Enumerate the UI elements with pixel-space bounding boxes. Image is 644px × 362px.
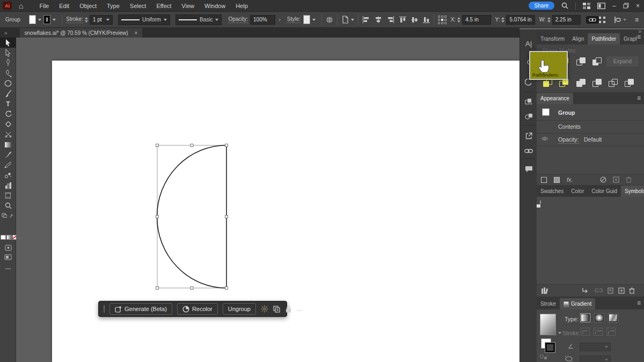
constrain-proportions-icon[interactable] [586, 16, 599, 24]
eraser-tool[interactable] [0, 119, 16, 129]
break-link-icon[interactable] [595, 288, 603, 293]
restore-button[interactable] [623, 3, 629, 9]
delete-item-icon[interactable] [626, 176, 632, 183]
freeform-gradient-button[interactable] [609, 314, 618, 322]
menu-file[interactable]: File [39, 3, 49, 9]
tab-appearance[interactable]: Appearance [537, 93, 573, 104]
appearance-group-row[interactable]: Group [558, 109, 575, 116]
reference-point-locator[interactable] [438, 16, 447, 24]
selected-shape[interactable] [152, 141, 232, 293]
menu-view[interactable]: View [181, 3, 194, 9]
generate-button[interactable]: Generate (Beta) [109, 303, 172, 315]
add-fill-icon[interactable] [554, 177, 560, 183]
canvas[interactable]: Generate (Beta) Recolor Ungroup … [16, 38, 519, 362]
home-icon[interactable]: ⌂ [19, 2, 23, 10]
symbol-sprayer-tool[interactable] [0, 170, 16, 180]
tab-color[interactable]: Color [567, 186, 588, 197]
radial-gradient-button[interactable] [595, 314, 604, 322]
y-stepper[interactable] [501, 17, 504, 23]
x-stepper[interactable] [457, 17, 460, 23]
direct-selection-tool[interactable] [0, 48, 16, 58]
transform-options-icon[interactable] [599, 17, 605, 23]
expand-button[interactable]: Expand [606, 56, 639, 67]
ungroup-button[interactable]: Ungroup [223, 303, 256, 315]
menu-help[interactable]: Help [236, 3, 248, 9]
tab-swatches[interactable]: Swatches [537, 186, 567, 197]
fill-chevron-icon[interactable] [38, 19, 41, 21]
add-stroke-icon[interactable] [541, 177, 547, 183]
gradient-aspect-select[interactable] [580, 356, 611, 362]
tab-align[interactable]: Align [568, 33, 588, 45]
screen-mode-icon[interactable] [0, 252, 16, 262]
tab-color-guide[interactable]: Color Guid [588, 186, 621, 197]
duplicate-item-icon[interactable] [613, 176, 619, 183]
reverse-gradient-icon[interactable] [540, 354, 548, 360]
place-symbol-icon[interactable] [582, 287, 588, 294]
character-panel-icon[interactable]: A| [520, 37, 537, 50]
dock-collapse-icon[interactable]: » [638, 28, 642, 34]
draw-mode-icon[interactable] [0, 242, 16, 253]
add-effect-icon[interactable]: fx. [567, 176, 573, 183]
properties-panel-icon[interactable]: ≡ [635, 16, 639, 24]
selection-tool[interactable] [0, 38, 16, 48]
color-button[interactable] [1, 235, 6, 240]
scissors-tool[interactable] [0, 129, 16, 139]
stroke-within-button[interactable] [581, 328, 590, 336]
graph-tool[interactable] [0, 180, 16, 190]
linear-gradient-button[interactable] [581, 314, 590, 322]
tab-transform[interactable]: Transform [537, 33, 568, 45]
paintbrush-tool[interactable] [0, 88, 16, 99]
tab-pathfinder[interactable]: Pathfinder [588, 33, 620, 45]
more-options-icon[interactable]: … [296, 306, 303, 312]
recolor-button[interactable]: Recolor [177, 303, 218, 315]
settings-gear-icon[interactable] [261, 305, 268, 313]
panel-menu-icon[interactable]: ≡ [637, 33, 641, 41]
tab-stroke[interactable]: Stroke [537, 298, 560, 309]
swap-colors-icon[interactable] [2, 213, 13, 218]
tab-gradient[interactable]: Gradient [560, 298, 595, 309]
symbol-options-icon[interactable] [608, 287, 613, 294]
gradient-swatch[interactable] [540, 314, 556, 335]
appearance-menu-icon[interactable]: ≡ [637, 94, 641, 102]
tab-symbols[interactable]: Symbols [621, 186, 644, 197]
stroke-weight-stepper[interactable] [85, 17, 88, 23]
menu-effect[interactable]: Effect [156, 3, 171, 9]
gradient-fill-stroke-indicator[interactable] [541, 338, 555, 352]
gradient-tool[interactable] [0, 139, 16, 150]
menu-object[interactable]: Object [79, 3, 97, 9]
document-setup-button[interactable] [341, 16, 354, 24]
symbol-thumbnail[interactable] [540, 201, 541, 208]
align-h-center-icon[interactable] [375, 16, 382, 23]
export-panel-icon[interactable] [520, 129, 537, 142]
align-v-center-icon[interactable] [411, 16, 418, 24]
duplicate-icon[interactable] [273, 306, 281, 313]
menu-type[interactable]: Type [107, 3, 120, 9]
share-button[interactable]: Share [529, 2, 555, 10]
menu-window[interactable]: Window [204, 3, 225, 9]
publish-globe-icon[interactable] [326, 16, 333, 24]
gradient-menu-icon[interactable]: ≡ [637, 299, 641, 307]
delete-symbol-icon[interactable] [629, 287, 635, 294]
align-to-selection-icon[interactable] [614, 17, 626, 23]
tab-graphic-styles[interactable]: Graphic S [620, 33, 637, 45]
eyedropper-tool[interactable] [0, 150, 16, 160]
arrange-documents-icon[interactable] [597, 3, 605, 9]
type-tool[interactable]: T [0, 99, 16, 109]
width-profile-select[interactable]: Uniform [118, 14, 170, 25]
toolbar-more-icon[interactable]: … [0, 262, 16, 272]
links-panel-icon[interactable] [520, 144, 537, 157]
align-bottom-icon[interactable] [423, 16, 430, 24]
stroke-across-button[interactable] [606, 328, 616, 336]
x-field[interactable]: 4.5 in [462, 15, 491, 25]
visibility-eye-icon[interactable] [541, 136, 548, 141]
appearance-opacity-value[interactable]: Default [584, 136, 602, 143]
gradient-angle-select[interactable] [580, 343, 611, 351]
comments-panel-icon[interactable] [520, 162, 537, 175]
align-right-icon[interactable] [387, 16, 394, 23]
zoom-tool[interactable] [0, 201, 16, 211]
close-document-icon[interactable]: × [135, 30, 138, 36]
menu-edit[interactable]: Edit [59, 3, 69, 9]
gradient-button[interactable] [6, 235, 12, 240]
blend-tool[interactable] [0, 160, 16, 170]
style-chevron-icon[interactable] [312, 19, 316, 21]
